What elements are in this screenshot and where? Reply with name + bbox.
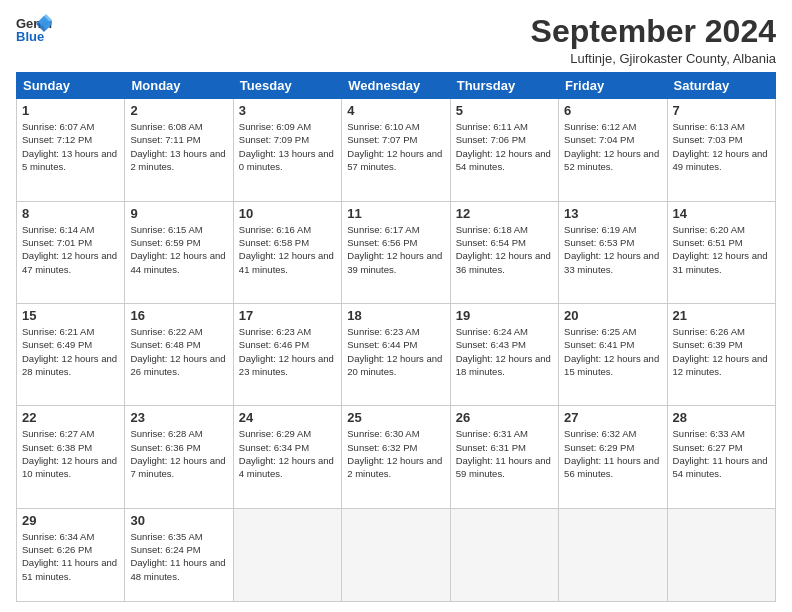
day-number: 1 xyxy=(22,103,119,118)
day-number: 17 xyxy=(239,308,336,323)
day-info: Sunrise: 6:34 AM Sunset: 6:26 PM Dayligh… xyxy=(22,530,119,583)
calendar-cell: 15 Sunrise: 6:21 AM Sunset: 6:49 PM Dayl… xyxy=(17,304,125,406)
day-number: 26 xyxy=(456,410,553,425)
header-friday: Friday xyxy=(559,73,667,99)
day-info: Sunrise: 6:20 AM Sunset: 6:51 PM Dayligh… xyxy=(673,223,770,276)
calendar-cell: 5 Sunrise: 6:11 AM Sunset: 7:06 PM Dayli… xyxy=(450,99,558,201)
day-info: Sunrise: 6:19 AM Sunset: 6:53 PM Dayligh… xyxy=(564,223,661,276)
logo-icon: General Blue xyxy=(16,14,52,44)
calendar-week-row: 29 Sunrise: 6:34 AM Sunset: 6:26 PM Dayl… xyxy=(17,508,776,601)
day-number: 9 xyxy=(130,206,227,221)
calendar-cell: 25 Sunrise: 6:30 AM Sunset: 6:32 PM Dayl… xyxy=(342,406,450,508)
day-info: Sunrise: 6:22 AM Sunset: 6:48 PM Dayligh… xyxy=(130,325,227,378)
calendar-cell: 12 Sunrise: 6:18 AM Sunset: 6:54 PM Dayl… xyxy=(450,201,558,303)
day-info: Sunrise: 6:15 AM Sunset: 6:59 PM Dayligh… xyxy=(130,223,227,276)
day-info: Sunrise: 6:28 AM Sunset: 6:36 PM Dayligh… xyxy=(130,427,227,480)
calendar-cell xyxy=(450,508,558,601)
calendar-cell: 29 Sunrise: 6:34 AM Sunset: 6:26 PM Dayl… xyxy=(17,508,125,601)
day-number: 6 xyxy=(564,103,661,118)
day-number: 15 xyxy=(22,308,119,323)
day-info: Sunrise: 6:30 AM Sunset: 6:32 PM Dayligh… xyxy=(347,427,444,480)
day-info: Sunrise: 6:16 AM Sunset: 6:58 PM Dayligh… xyxy=(239,223,336,276)
calendar-cell: 22 Sunrise: 6:27 AM Sunset: 6:38 PM Dayl… xyxy=(17,406,125,508)
day-number: 12 xyxy=(456,206,553,221)
calendar-cell: 4 Sunrise: 6:10 AM Sunset: 7:07 PM Dayli… xyxy=(342,99,450,201)
day-info: Sunrise: 6:31 AM Sunset: 6:31 PM Dayligh… xyxy=(456,427,553,480)
header-sunday: Sunday xyxy=(17,73,125,99)
day-number: 11 xyxy=(347,206,444,221)
day-number: 29 xyxy=(22,513,119,528)
day-number: 19 xyxy=(456,308,553,323)
day-info: Sunrise: 6:12 AM Sunset: 7:04 PM Dayligh… xyxy=(564,120,661,173)
calendar-cell: 19 Sunrise: 6:24 AM Sunset: 6:43 PM Dayl… xyxy=(450,304,558,406)
day-info: Sunrise: 6:23 AM Sunset: 6:46 PM Dayligh… xyxy=(239,325,336,378)
calendar-cell xyxy=(667,508,775,601)
calendar-cell: 16 Sunrise: 6:22 AM Sunset: 6:48 PM Dayl… xyxy=(125,304,233,406)
page: General Blue September 2024 Luftinje, Gj… xyxy=(0,0,792,612)
header-thursday: Thursday xyxy=(450,73,558,99)
day-info: Sunrise: 6:32 AM Sunset: 6:29 PM Dayligh… xyxy=(564,427,661,480)
calendar-cell: 24 Sunrise: 6:29 AM Sunset: 6:34 PM Dayl… xyxy=(233,406,341,508)
calendar-cell: 28 Sunrise: 6:33 AM Sunset: 6:27 PM Dayl… xyxy=(667,406,775,508)
day-number: 13 xyxy=(564,206,661,221)
calendar-cell: 7 Sunrise: 6:13 AM Sunset: 7:03 PM Dayli… xyxy=(667,99,775,201)
calendar-cell: 13 Sunrise: 6:19 AM Sunset: 6:53 PM Dayl… xyxy=(559,201,667,303)
day-number: 2 xyxy=(130,103,227,118)
day-number: 4 xyxy=(347,103,444,118)
calendar-cell xyxy=(559,508,667,601)
day-info: Sunrise: 6:27 AM Sunset: 6:38 PM Dayligh… xyxy=(22,427,119,480)
day-info: Sunrise: 6:10 AM Sunset: 7:07 PM Dayligh… xyxy=(347,120,444,173)
day-info: Sunrise: 6:25 AM Sunset: 6:41 PM Dayligh… xyxy=(564,325,661,378)
day-info: Sunrise: 6:08 AM Sunset: 7:11 PM Dayligh… xyxy=(130,120,227,173)
day-number: 28 xyxy=(673,410,770,425)
header-wednesday: Wednesday xyxy=(342,73,450,99)
calendar-cell xyxy=(233,508,341,601)
calendar-cell: 23 Sunrise: 6:28 AM Sunset: 6:36 PM Dayl… xyxy=(125,406,233,508)
header-monday: Monday xyxy=(125,73,233,99)
title-area: September 2024 Luftinje, Gjirokaster Cou… xyxy=(531,14,776,66)
calendar-cell: 17 Sunrise: 6:23 AM Sunset: 6:46 PM Dayl… xyxy=(233,304,341,406)
day-info: Sunrise: 6:13 AM Sunset: 7:03 PM Dayligh… xyxy=(673,120,770,173)
calendar-cell: 3 Sunrise: 6:09 AM Sunset: 7:09 PM Dayli… xyxy=(233,99,341,201)
calendar-cell: 26 Sunrise: 6:31 AM Sunset: 6:31 PM Dayl… xyxy=(450,406,558,508)
day-info: Sunrise: 6:33 AM Sunset: 6:27 PM Dayligh… xyxy=(673,427,770,480)
calendar-cell: 18 Sunrise: 6:23 AM Sunset: 6:44 PM Dayl… xyxy=(342,304,450,406)
day-info: Sunrise: 6:11 AM Sunset: 7:06 PM Dayligh… xyxy=(456,120,553,173)
day-number: 20 xyxy=(564,308,661,323)
logo: General Blue xyxy=(16,14,52,44)
day-info: Sunrise: 6:26 AM Sunset: 6:39 PM Dayligh… xyxy=(673,325,770,378)
day-info: Sunrise: 6:23 AM Sunset: 6:44 PM Dayligh… xyxy=(347,325,444,378)
calendar-cell: 1 Sunrise: 6:07 AM Sunset: 7:12 PM Dayli… xyxy=(17,99,125,201)
day-info: Sunrise: 6:14 AM Sunset: 7:01 PM Dayligh… xyxy=(22,223,119,276)
day-number: 14 xyxy=(673,206,770,221)
calendar-cell: 2 Sunrise: 6:08 AM Sunset: 7:11 PM Dayli… xyxy=(125,99,233,201)
calendar-cell: 11 Sunrise: 6:17 AM Sunset: 6:56 PM Dayl… xyxy=(342,201,450,303)
day-info: Sunrise: 6:21 AM Sunset: 6:49 PM Dayligh… xyxy=(22,325,119,378)
calendar-cell: 20 Sunrise: 6:25 AM Sunset: 6:41 PM Dayl… xyxy=(559,304,667,406)
calendar-cell xyxy=(342,508,450,601)
calendar-table: Sunday Monday Tuesday Wednesday Thursday… xyxy=(16,72,776,602)
subtitle: Luftinje, Gjirokaster County, Albania xyxy=(531,51,776,66)
calendar-cell: 8 Sunrise: 6:14 AM Sunset: 7:01 PM Dayli… xyxy=(17,201,125,303)
svg-text:Blue: Blue xyxy=(16,29,44,44)
day-info: Sunrise: 6:24 AM Sunset: 6:43 PM Dayligh… xyxy=(456,325,553,378)
calendar-cell: 9 Sunrise: 6:15 AM Sunset: 6:59 PM Dayli… xyxy=(125,201,233,303)
month-title: September 2024 xyxy=(531,14,776,49)
day-number: 25 xyxy=(347,410,444,425)
day-number: 8 xyxy=(22,206,119,221)
calendar-week-row: 8 Sunrise: 6:14 AM Sunset: 7:01 PM Dayli… xyxy=(17,201,776,303)
calendar-week-row: 1 Sunrise: 6:07 AM Sunset: 7:12 PM Dayli… xyxy=(17,99,776,201)
day-info: Sunrise: 6:18 AM Sunset: 6:54 PM Dayligh… xyxy=(456,223,553,276)
day-number: 7 xyxy=(673,103,770,118)
day-number: 22 xyxy=(22,410,119,425)
calendar-cell: 27 Sunrise: 6:32 AM Sunset: 6:29 PM Dayl… xyxy=(559,406,667,508)
day-number: 5 xyxy=(456,103,553,118)
header-tuesday: Tuesday xyxy=(233,73,341,99)
calendar-header-row: Sunday Monday Tuesday Wednesday Thursday… xyxy=(17,73,776,99)
calendar-cell: 30 Sunrise: 6:35 AM Sunset: 6:24 PM Dayl… xyxy=(125,508,233,601)
day-info: Sunrise: 6:17 AM Sunset: 6:56 PM Dayligh… xyxy=(347,223,444,276)
day-number: 23 xyxy=(130,410,227,425)
header: General Blue September 2024 Luftinje, Gj… xyxy=(16,14,776,66)
day-number: 27 xyxy=(564,410,661,425)
day-number: 24 xyxy=(239,410,336,425)
